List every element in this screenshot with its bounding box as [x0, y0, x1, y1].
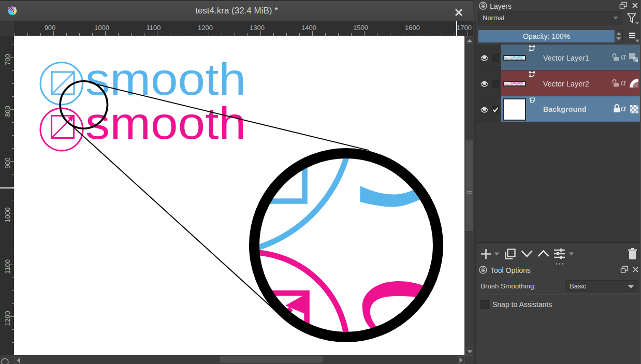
svg-text:smooth: smooth — [85, 97, 246, 149]
